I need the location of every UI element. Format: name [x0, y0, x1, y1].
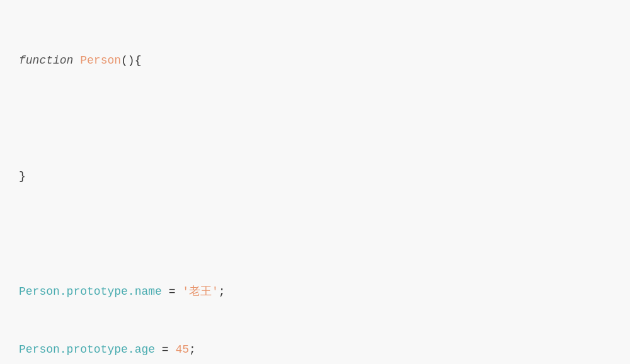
string-laowang: '老王'	[182, 285, 219, 298]
function-name-person: Person	[80, 54, 121, 67]
code-line-6: Person.prototype.age = 45;	[19, 340, 611, 360]
keyword-function: function	[19, 54, 73, 67]
code-line-2	[19, 109, 611, 128]
code-editor: function Person(){ } Person.prototype.na…	[19, 13, 611, 364]
code-line-1: function Person(){	[19, 51, 611, 71]
teal-code-5: Person.prototype.name	[19, 285, 162, 298]
code-line-3: }	[19, 167, 611, 186]
code-line-4	[19, 225, 611, 244]
code-line-5: Person.prototype.name = '老王';	[19, 282, 611, 302]
teal-code-6: Person.prototype.age	[19, 343, 155, 356]
number-45: 45	[175, 343, 189, 356]
